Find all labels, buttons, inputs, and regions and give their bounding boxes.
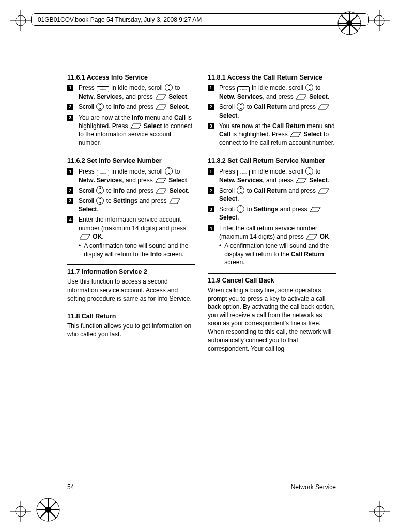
registration-mark-icon: [10, 10, 31, 31]
body-text: Use this function to access a second inf…: [67, 277, 195, 303]
step-text: to: [245, 187, 254, 194]
step-number-icon: 3: [67, 115, 73, 121]
bold-text: Info: [132, 114, 143, 121]
softkey-label: Select: [309, 177, 327, 184]
softkey-label: Select: [170, 103, 188, 111]
bold-text: Netw. Services: [79, 177, 122, 184]
step-text: Scroll: [219, 187, 236, 194]
registration-mark-icon: [10, 501, 31, 522]
step-text: to: [245, 103, 254, 111]
step-text: and press: [137, 197, 168, 205]
bold-text: Call: [174, 114, 186, 121]
nav-key-icon: [305, 84, 313, 91]
step-text: , and press: [263, 93, 295, 100]
step-number-icon: 2: [67, 104, 73, 110]
nav-key-icon: [96, 186, 104, 194]
bullet-item: • A confirmation tone will sound and the…: [219, 242, 336, 267]
section-title: 11.8.1 Access the Call Return Service: [208, 73, 336, 82]
step-number-icon: 4: [67, 216, 73, 223]
step-text: Scroll: [79, 103, 96, 111]
menu-key-icon: menu: [237, 170, 250, 176]
step-text: .: [97, 206, 98, 213]
step-text: to: [104, 197, 113, 205]
section-title: 11.9 Cancel Call Back: [208, 277, 336, 284]
step-text: menu and: [305, 122, 335, 130]
bold-text: Settings: [254, 206, 278, 213]
step-number-icon: 1: [67, 168, 73, 175]
print-header: 01GB01COV.book Page 54 Thursday, July 3,…: [31, 13, 369, 26]
divider: [67, 264, 195, 265]
nav-key-icon: [237, 205, 244, 213]
section-title: 11.7 Information Service 2: [67, 268, 195, 275]
step-text: .: [188, 187, 189, 194]
divider: [67, 309, 195, 309]
right-column: 11.8.1 Access the Call Return Service 1 …: [208, 72, 336, 355]
step-1: 1 Press menu in idle mode, scroll to Net…: [208, 167, 336, 184]
softkey-label: OK: [93, 233, 102, 240]
registration-mark-icon: [369, 501, 390, 522]
bullet-icon: •: [79, 242, 81, 258]
step-text: You are now at the: [79, 114, 132, 121]
step-text: .: [329, 233, 331, 240]
step-text: .: [237, 214, 239, 221]
softkey-label: Select: [168, 93, 187, 100]
step-text: .: [328, 177, 329, 184]
step-number-icon: 2: [208, 187, 214, 194]
step-number-icon: 3: [67, 198, 73, 204]
softkey-icon: [318, 104, 329, 110]
color-wheel-icon: [36, 498, 60, 522]
softkey-label: Select: [219, 214, 237, 221]
softkey-icon: [296, 94, 307, 100]
softkey-label: Select: [309, 93, 327, 100]
step-1: 1 Press menu in idle mode, scroll to Net…: [67, 84, 195, 101]
bold-text: Call: [219, 131, 230, 138]
divider: [208, 153, 336, 153]
left-column: 11.6.1 Access Info Service 1 Press menu …: [67, 72, 195, 355]
svg-point-17: [45, 507, 51, 513]
nav-key-icon: [96, 197, 104, 205]
step-text: Scroll: [219, 206, 236, 213]
step-text: Press: [219, 84, 237, 91]
section-title: 11.6.2 Set Info Service Number: [67, 157, 195, 165]
step-text: Scroll: [79, 187, 96, 194]
step-text: .: [187, 93, 189, 100]
step-text: and press: [287, 103, 317, 111]
bold-text: Info: [113, 103, 125, 111]
bold-text: Call Return: [254, 103, 287, 111]
bold-text: Netw. Services: [219, 177, 263, 184]
step-text: Scroll: [219, 103, 236, 111]
softkey-label: Select: [303, 131, 321, 138]
softkey-icon: [318, 188, 329, 194]
step-text: .: [187, 177, 189, 184]
softkey-label: OK: [320, 233, 329, 240]
step-text: to: [314, 168, 320, 175]
step-3: 3 Scroll to Settings and press Select.: [67, 197, 195, 213]
step-number-icon: 1: [208, 85, 214, 91]
step-text: in idle mode, scroll: [110, 168, 164, 175]
step-text: Enter the call return service number (ma…: [219, 225, 317, 240]
step-text: and press: [125, 103, 155, 111]
step-text: , and press: [122, 177, 155, 184]
step-3: 3 You are now at the Info menu and Call …: [67, 114, 195, 147]
softkey-icon: [156, 188, 167, 194]
step-4: 4 Enter the information service account …: [67, 215, 195, 258]
step-4: 4 Enter the call return service number (…: [208, 224, 336, 267]
step-text: .: [328, 93, 329, 100]
bold-text: Call Return: [291, 251, 324, 258]
step-2: 2 Scroll to Call Return and press Select…: [208, 186, 336, 203]
nav-key-icon: [237, 186, 244, 194]
step-number-icon: 2: [208, 104, 214, 110]
step-text: to: [104, 187, 113, 194]
section-title: 11.8.2 Set Call Return Service Number: [208, 157, 336, 165]
registration-mark-icon: [369, 10, 390, 31]
softkey-icon: [169, 198, 180, 204]
step-text: .: [237, 112, 239, 119]
softkey-icon: [310, 207, 321, 212]
step-text: to: [314, 84, 320, 91]
step-number-icon: 3: [208, 206, 214, 212]
step-text: .: [188, 103, 189, 111]
step-3: 3 You are now at the Call Return menu an…: [208, 122, 336, 147]
step-text: and press: [287, 187, 317, 194]
step-text: Press: [219, 168, 237, 175]
step-text: .: [102, 233, 103, 240]
